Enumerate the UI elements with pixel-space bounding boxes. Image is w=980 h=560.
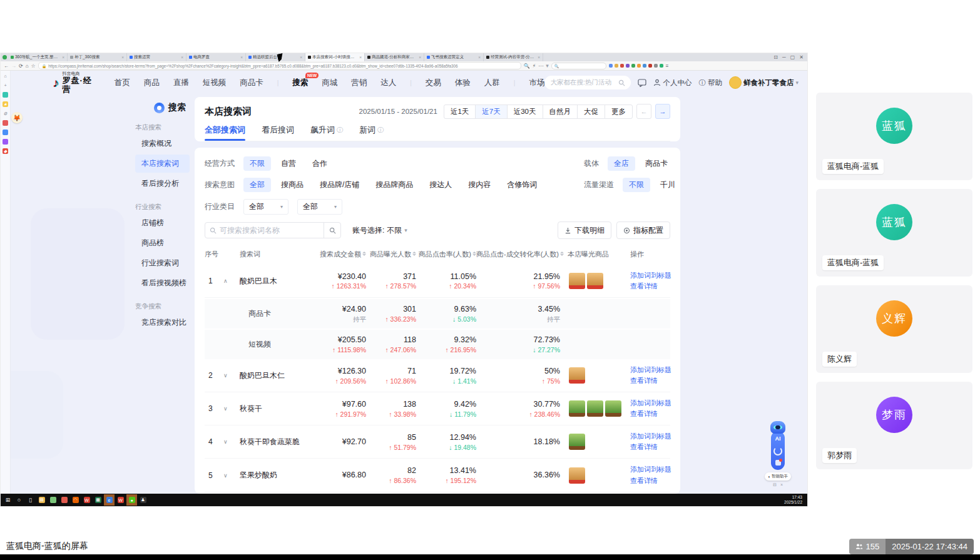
file-explorer-icon[interactable]: ▤ [36,494,47,506]
excel-icon[interactable]: ▦ [93,494,103,506]
browser-tab[interactable]: 电商罗盘× [186,53,246,61]
nav-item-直播[interactable]: 直播 [173,78,189,88]
table-row[interactable]: 1 ∧ 酸奶巴旦木 ¥230.40↑ 1263.31%371↑ 278.57%1… [205,265,670,298]
product-thumbnail[interactable] [587,273,603,289]
date-chip-更多[interactable]: 更多 [605,104,633,119]
refresh-ring-icon[interactable] [773,447,782,456]
sidebar-item-店铺榜[interactable]: 店铺榜 [135,214,190,232]
maximize-button[interactable]: ▢ [790,54,795,60]
nav-item-搜索[interactable]: 搜索NEW [292,78,308,88]
back-icon[interactable]: ← [4,63,9,69]
chevron-down-icon[interactable]: ▾ [546,63,549,69]
forward-icon[interactable]: → [11,63,16,69]
tab-close-icon[interactable]: × [181,55,183,59]
expand-toggle-icon[interactable]: ∨ [223,472,240,479]
tab-close-icon[interactable]: × [121,55,124,59]
browser-tab[interactable]: 补丁_360搜索× [68,53,127,61]
date-chip-自然月[interactable]: 自然月 [543,104,578,119]
home-icon[interactable]: ⌂ [26,63,29,69]
view-detail-link[interactable]: 查看详情 [630,409,670,419]
tab-新词[interactable]: 新词ⓘ [359,125,384,141]
extension-icon[interactable] [637,64,641,68]
games-icon[interactable]: ◆ [3,148,8,154]
app-red-icon[interactable] [3,120,8,126]
extension-icon[interactable] [615,64,618,68]
date-chip-大促[interactable]: 大促 [577,104,605,119]
product-thumbnail[interactable] [569,367,585,384]
category-select[interactable]: 全部▾ [297,199,342,215]
view-detail-link[interactable]: 查看详情 [630,442,670,452]
zoom-search-icon[interactable]: 🔍 [524,63,530,69]
browser-tab[interactable]: 本店搜索词-小时级搜索分析× [305,53,365,61]
sidebar-item-竞店搜索对比[interactable]: 竞店搜索对比 [135,313,190,332]
column-header[interactable]: 搜索成交金额 [306,250,366,259]
nav-item-达人[interactable]: 达人 [380,78,396,88]
browser-tab[interactable]: 经营测试-内容带货-分析商× [484,53,543,61]
filter-chip-搜品牌/店铺[interactable]: 搜品牌/店铺 [314,178,365,192]
nav-item-商品[interactable]: 商品 [144,78,160,88]
fox-assistant-icon[interactable]: 🦊 [11,112,23,123]
user-center-link[interactable]: 个人中心 [653,78,692,88]
date-chip-近30天[interactable]: 近30天 [507,104,543,119]
tab-全部搜索词[interactable]: 全部搜索词 [205,125,245,141]
nav-item-商城[interactable]: 商城 [322,78,337,88]
expand-toggle-icon[interactable]: ∧ [223,278,240,284]
category-select[interactable]: 全部▾ [243,199,288,215]
nav-item-营销[interactable]: 营销 [351,78,367,88]
filter-chip-全部[interactable]: 全部 [243,178,271,192]
filter-chip-搜达人[interactable]: 搜达人 [423,178,458,192]
filter-chip-商品卡[interactable]: 商品卡 [639,156,674,171]
add-word-to-title-link[interactable]: 添加词到标题 [630,270,670,281]
start-button[interactable]: ⊞ [3,494,13,506]
expand-toggle-icon[interactable]: ∨ [223,405,240,412]
product-thumbnail[interactable] [569,400,585,417]
metric-config-button[interactable]: 指标配置 [616,221,670,239]
nav-item-体验[interactable]: 体验 [455,78,471,88]
app-green-circle-icon[interactable] [48,494,58,506]
bookmark-icon[interactable]: ☆ [31,63,36,69]
extension-icon[interactable] [648,64,652,68]
expand-toggle-icon[interactable]: ∨ [223,439,240,445]
nav-item-交易[interactable]: 交易 [426,78,441,88]
tab-飙升词[interactable]: 飙升词ⓘ [310,125,343,141]
extension-icon[interactable] [631,64,635,68]
view-detail-link[interactable]: 查看详情 [630,375,670,386]
app-teal-icon[interactable] [3,92,8,98]
sidebar-item-商品榜[interactable]: 商品榜 [135,234,190,252]
filter-chip-合作[interactable]: 合作 [306,156,334,171]
store-account[interactable]: 鲜食补丁零食店 ▾ [729,76,799,89]
add-word-to-title-link[interactable]: 添加词到标题 [630,365,670,375]
product-thumbnail[interactable] [569,467,585,484]
table-row[interactable]: 6 ∨ 秋葵 ¥72.70↑ 423.02%729↓ 17.72%4.25%↑ … [205,492,670,494]
column-header[interactable]: 商品曝光人数 [366,250,416,259]
sidebar-item-看后搜分析[interactable]: 看后搜分析 [135,175,190,193]
extension-icon[interactable] [609,64,613,68]
close-button[interactable]: ✕ [799,54,804,60]
app-dark-icon[interactable]: ♟ [138,494,148,506]
table-row[interactable]: 5 ∨ 坚果炒酸奶 ¥86.8082↑ 86.36%13.41%↑ 195.12… [205,459,670,492]
tab-close-icon[interactable]: × [478,55,481,59]
favorites-panel-icon[interactable]: ⊡ [773,54,778,60]
nav-item-首页[interactable]: 首页 [115,78,130,88]
table-row[interactable]: 4 ∨ 秋葵干即食蔬菜脆 ¥92.7085↑ 51.79%12.94%↓ 19.… [205,425,670,459]
browser-tab[interactable]: 搜索运营× [127,53,186,61]
tab-close-icon[interactable]: × [300,55,302,59]
column-header[interactable]: 商品点击率(人数) [416,250,476,259]
tab-close-icon[interactable]: × [240,55,243,59]
date-chip-近7天[interactable]: 近7天 [475,104,507,119]
filter-chip-搜内容[interactable]: 搜内容 [462,178,497,192]
ai-assistant-widget[interactable]: AI ◖ 智能助手 ⊟ × [767,421,789,487]
prev-period-button[interactable]: ← [636,104,651,119]
browser-menu-icon[interactable]: ≡ [666,63,669,69]
address-bar[interactable]: 🔒 https://compass.jinritemai.com/shop/se… [38,62,521,69]
edge-icon[interactable]: e [104,494,115,506]
browser-tab[interactable]: 飞书搜索运营定义× [424,53,484,61]
wps-word-icon[interactable]: W [115,494,126,506]
product-thumbnail[interactable] [605,400,621,417]
extension-icon[interactable] [620,64,624,68]
favorites-icon[interactable]: ★ [3,101,8,107]
nav-item-短视频[interactable]: 短视频 [203,78,227,88]
search-button[interactable] [324,223,340,238]
settings-icon[interactable]: ⚙ [3,111,8,116]
app-purple-icon[interactable] [3,139,8,145]
